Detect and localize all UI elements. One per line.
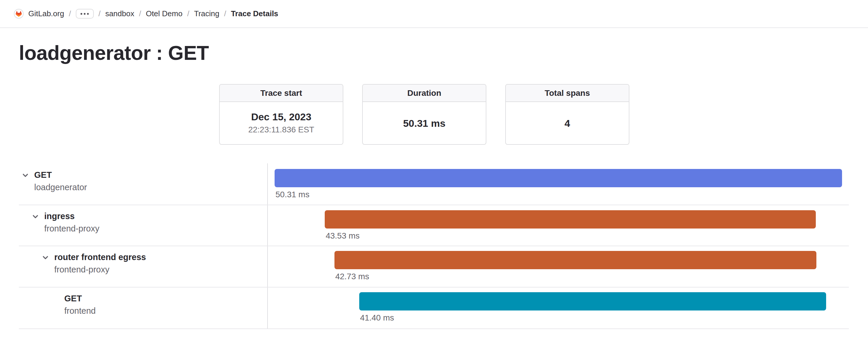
breadcrumb-item-otel-demo[interactable]: Otel Demo xyxy=(146,9,182,18)
span-duration-label: 42.73 ms xyxy=(335,273,369,281)
span-row-labels: router frontend egressfrontend-proxy xyxy=(54,251,146,276)
stat-card-header: Total spans xyxy=(506,85,629,102)
chevron-down-icon xyxy=(31,212,40,221)
page-title: loadgenerator : GET xyxy=(19,41,209,65)
span-operation-label: router frontend egress xyxy=(54,251,146,263)
breadcrumb-separator: / xyxy=(187,9,189,18)
span-row-labels: GETfrontend xyxy=(64,292,96,317)
stat-card-total-spans: Total spans4 xyxy=(505,84,629,145)
breadcrumb-separator: / xyxy=(139,9,141,18)
stat-card-value: Dec 15, 2023 xyxy=(251,110,311,123)
span-collapse-chevron-icon[interactable] xyxy=(21,171,30,180)
ellipsis-dot xyxy=(84,13,86,15)
breadcrumb-separator: / xyxy=(98,9,100,18)
ellipsis-dot xyxy=(81,13,82,15)
span-duration-bar[interactable] xyxy=(275,169,842,187)
span-operation-label: GET xyxy=(64,292,96,305)
span-collapse-chevron-icon[interactable] xyxy=(31,212,40,221)
span-operation-label: ingress xyxy=(44,210,99,222)
span-duration-bar[interactable] xyxy=(359,292,826,311)
span-service-label: frontend xyxy=(64,305,96,317)
span-duration-bar[interactable] xyxy=(335,251,816,269)
stat-card-value: 50.31 ms xyxy=(403,117,446,130)
ellipsis-dot xyxy=(87,13,89,15)
stat-card-body: Dec 15, 202322:23:11.836 EST xyxy=(220,102,343,144)
stat-card-body: 50.31 ms xyxy=(363,102,486,144)
breadcrumb-item-current: Trace Details xyxy=(231,9,278,18)
chevron-down-icon xyxy=(21,171,30,180)
stat-card-value: 4 xyxy=(564,117,570,130)
gitlab-logo-avatar[interactable] xyxy=(14,9,24,19)
trace-summary-cards: Trace startDec 15, 202322:23:11.836 ESTD… xyxy=(219,84,629,145)
span-duration-label: 50.31 ms xyxy=(276,190,309,199)
stat-card-trace-start: Trace startDec 15, 202322:23:11.836 EST xyxy=(219,84,343,145)
span-row-labels: GETloadgenerator xyxy=(34,169,87,193)
breadcrumb-item-sandbox[interactable]: sandbox xyxy=(105,9,134,18)
breadcrumb-item-group[interactable]: GitLab.org xyxy=(28,9,64,18)
gitlab-tanuki-icon xyxy=(16,11,22,17)
span-service-label: frontend-proxy xyxy=(44,222,99,235)
span-service-label: frontend-proxy xyxy=(54,263,146,276)
breadcrumb-item-tracing[interactable]: Tracing xyxy=(194,9,219,18)
breadcrumb: GitLab.org / /sandbox/Otel Demo/Tracing/… xyxy=(14,9,278,19)
stat-card-header: Duration xyxy=(363,85,486,102)
stat-card-body: 4 xyxy=(506,102,629,144)
stat-card-header: Trace start xyxy=(220,85,343,102)
breadcrumb-ellipsis-button[interactable] xyxy=(76,9,94,19)
breadcrumb-separator: / xyxy=(224,9,226,18)
waterfall-row-divider xyxy=(19,328,849,329)
breadcrumb-separator: / xyxy=(69,9,71,18)
span-duration-label: 43.53 ms xyxy=(326,232,360,240)
stat-card-subvalue: 22:23:11.836 EST xyxy=(248,123,314,136)
span-duration-bar[interactable] xyxy=(325,210,816,228)
stat-card-duration: Duration50.31 ms xyxy=(362,84,486,145)
span-row-labels: ingressfrontend-proxy xyxy=(44,210,99,235)
waterfall-row-divider xyxy=(19,204,849,205)
span-operation-label: GET xyxy=(34,169,87,181)
waterfall-row-divider xyxy=(19,287,849,287)
span-duration-label: 41.40 ms xyxy=(360,314,394,322)
breadcrumb-bar: GitLab.org / /sandbox/Otel Demo/Tracing/… xyxy=(0,0,868,28)
waterfall-row-divider xyxy=(19,246,849,246)
span-service-label: loadgenerator xyxy=(34,181,87,193)
chevron-down-icon xyxy=(41,253,50,262)
span-collapse-chevron-icon[interactable] xyxy=(41,253,50,262)
